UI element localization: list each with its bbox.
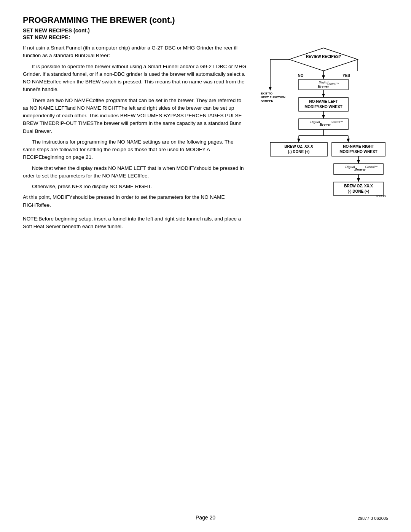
flowchart: REVIEW RECIPES? NO YES EXIT TO NEXT FUNC… xyxy=(259,44,388,227)
svg-marker-18 xyxy=(322,94,325,97)
svg-marker-41 xyxy=(357,160,360,164)
note-section: NOTE:Before beginning setup, insert a fu… xyxy=(23,215,247,231)
svg-marker-12 xyxy=(322,75,325,79)
svg-text:YES: YES xyxy=(342,73,350,78)
svg-text:Control™: Control™ xyxy=(365,165,378,169)
left-column: If not usin a Smart Funnel (ith a comput… xyxy=(23,44,247,233)
svg-text:BREW OZ.    XX.X: BREW OZ. XX.X xyxy=(284,144,313,149)
paragraph-4: The instructions for programming the NO … xyxy=(23,138,247,161)
paragraph-7: At this point, MODIFYshould be pressed i… xyxy=(23,193,247,209)
note-text: NOTE:Before beginning setup, insert a fu… xyxy=(23,215,247,231)
svg-marker-33 xyxy=(347,139,350,142)
svg-text:MODIFYSHO  WNEXT: MODIFYSHO WNEXT xyxy=(304,105,342,109)
svg-text:(-) DONE (+): (-) DONE (+) xyxy=(348,189,370,193)
svg-text:NO-NAME LEFT: NO-NAME LEFT xyxy=(309,99,338,104)
svg-text:Brewer: Brewer xyxy=(319,122,331,126)
svg-marker-23 xyxy=(322,115,325,119)
paragraph-3: There are two NO NAMECoffee programs tha… xyxy=(23,97,247,135)
svg-text:Control™: Control™ xyxy=(331,120,343,124)
svg-text:Digital: Digital xyxy=(310,120,320,124)
svg-text:BREW OZ.    XX.X: BREW OZ. XX.X xyxy=(344,184,373,188)
paragraph-5: Note that when the display reads NO NAME… xyxy=(23,165,247,180)
svg-text:Digital: Digital xyxy=(345,165,355,169)
svg-text:EXIT TO: EXIT TO xyxy=(261,92,272,95)
svg-marker-47 xyxy=(357,178,360,182)
paragraph-1: If not usin a Smart Funnel (ith a comput… xyxy=(23,44,247,60)
svg-text:P2419: P2419 xyxy=(376,194,386,198)
svg-marker-0 xyxy=(289,48,358,71)
svg-text:NO: NO xyxy=(298,73,304,78)
svg-text:REVIEW RECIPES?: REVIEW RECIPES? xyxy=(306,54,341,59)
svg-marker-31 xyxy=(297,139,300,142)
right-column: REVIEW RECIPES? NO YES EXIT TO NEXT FUNC… xyxy=(259,44,388,233)
section-heading-1: SET NEW RECIPES (cont.) xyxy=(23,27,388,34)
svg-text:Control™: Control™ xyxy=(327,82,339,86)
page-number: Page 20 xyxy=(196,514,215,521)
svg-marker-6 xyxy=(269,87,272,91)
page-title: PROGRAMMING THE BREWER (cont.) xyxy=(23,15,388,25)
doc-number: 29877-3 062005 xyxy=(358,516,388,521)
section-heading-2: SET NEW RECIPE: xyxy=(23,34,388,40)
svg-text:SCREEN: SCREEN xyxy=(261,99,274,103)
svg-text:NEXT FUNCTION: NEXT FUNCTION xyxy=(261,96,285,99)
svg-text:MODIFYSHO  WNEXT: MODIFYSHO WNEXT xyxy=(339,150,377,154)
svg-text:Brewer: Brewer xyxy=(354,167,366,171)
paragraph-2: It is possible to operate the brewer wit… xyxy=(23,63,247,94)
svg-text:NO-NAME RIGHT: NO-NAME RIGHT xyxy=(343,144,374,149)
paragraph-6: Otherwise, press NEXToo display NO NAME … xyxy=(23,183,247,190)
svg-text:(-) DONE (+): (-) DONE (+) xyxy=(288,150,310,154)
